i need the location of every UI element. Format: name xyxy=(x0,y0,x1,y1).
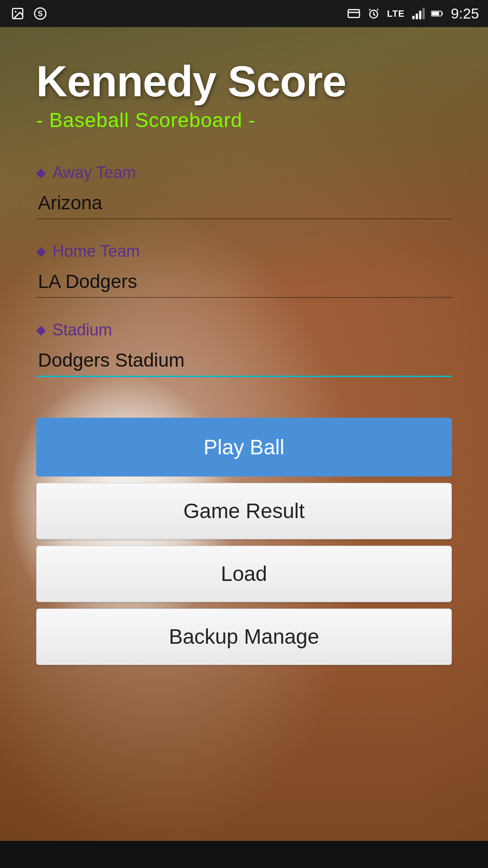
status-time: 9:25 xyxy=(451,5,479,22)
away-team-input[interactable] xyxy=(36,187,452,219)
stadium-group: ◆ Stadium xyxy=(36,321,452,377)
stadium-input[interactable] xyxy=(36,344,452,377)
play-ball-button[interactable]: Play Ball xyxy=(36,418,452,476)
svg-rect-4 xyxy=(348,9,360,18)
app-subtitle: - Baseball Scoreboard - xyxy=(36,109,452,132)
main-content: Kennedy Score - Baseball Scoreboard - ◆ … xyxy=(0,27,488,698)
bottom-navigation-bar xyxy=(0,841,488,868)
game-result-button[interactable]: Game Result xyxy=(36,483,452,539)
home-team-label: ◆ Home Team xyxy=(36,242,452,261)
backup-manage-button[interactable]: Backup Manage xyxy=(36,609,452,665)
svg-rect-7 xyxy=(412,16,414,19)
home-team-diamond-icon: ◆ xyxy=(36,244,46,259)
status-left-icons: S xyxy=(9,5,49,22)
svg-rect-9 xyxy=(419,11,421,19)
away-team-diamond-icon: ◆ xyxy=(36,165,46,180)
home-team-input[interactable] xyxy=(36,265,452,298)
svg-rect-12 xyxy=(432,12,439,15)
image-icon xyxy=(9,5,26,22)
card-icon xyxy=(347,7,361,20)
home-team-group: ◆ Home Team xyxy=(36,242,452,298)
app-title: Kennedy Score xyxy=(36,59,452,104)
lte-indicator: LTE xyxy=(387,9,404,19)
status-bar: S LTE 9:25 xyxy=(0,0,488,27)
signal-icon xyxy=(411,7,425,20)
svg-rect-8 xyxy=(416,14,418,19)
s-logo-icon: S xyxy=(32,5,49,22)
load-button[interactable]: Load xyxy=(36,546,452,602)
alarm-icon xyxy=(367,7,380,20)
svg-point-1 xyxy=(15,11,17,13)
stadium-diamond-icon: ◆ xyxy=(36,322,46,337)
stadium-label: ◆ Stadium xyxy=(36,321,452,340)
battery-icon xyxy=(431,7,445,20)
away-team-group: ◆ Away Team xyxy=(36,163,452,219)
status-right-icons: LTE 9:25 xyxy=(347,5,479,22)
svg-rect-10 xyxy=(422,8,425,19)
away-team-label: ◆ Away Team xyxy=(36,163,452,182)
svg-text:S: S xyxy=(38,9,43,18)
